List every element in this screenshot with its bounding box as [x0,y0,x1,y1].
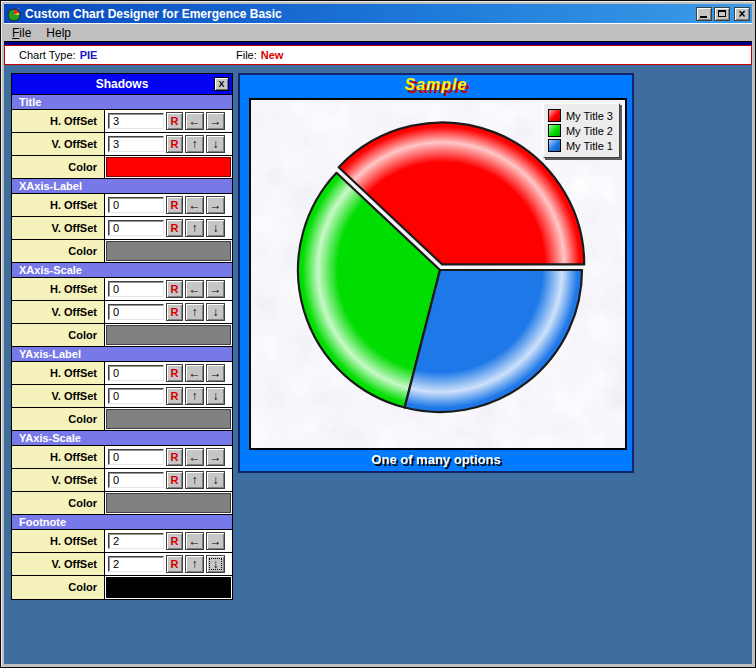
h-offset-input[interactable] [108,281,164,297]
legend-item: My Title 3 [548,109,613,122]
v-offset-input[interactable] [108,304,164,320]
v-offset-label: V. OffSet [12,217,105,239]
v-offset-label: V. OffSet [12,469,105,491]
v-offset-input[interactable] [108,388,164,404]
h-offset-input[interactable] [108,533,164,549]
reset-button[interactable]: R [166,196,183,214]
color-label: Color [12,408,105,430]
h-offset-row: H. OffSet R ← → [12,530,232,553]
arrow-right-button[interactable]: → [206,448,225,466]
arrow-down-button[interactable]: ↓ [206,219,225,237]
h-offset-label: H. OffSet [12,530,105,552]
arrow-left-button[interactable]: ← [185,448,204,466]
close-icon: × [735,7,749,21]
color-swatch[interactable] [106,157,231,177]
color-row: Color [12,492,232,515]
arrow-right-button[interactable]: → [206,196,225,214]
arrow-up-button[interactable]: ↑ [185,555,204,573]
arrow-up-button[interactable]: ↑ [185,219,204,237]
color-swatch[interactable] [106,241,231,261]
arrow-down-button[interactable]: ↓ [206,555,225,573]
shadows-panel: Shadows X Title H. OffSet R ← → V. OffSe… [11,73,233,600]
v-offset-input[interactable] [108,136,164,152]
title-bar[interactable]: Custom Chart Designer for Emergence Basi… [4,4,752,23]
maximize-button[interactable] [714,7,730,21]
menu-help[interactable]: Help [46,26,71,40]
color-swatch[interactable] [106,325,231,345]
v-offset-input[interactable] [108,220,164,236]
reset-button[interactable]: R [166,448,183,466]
legend-label: My Title 2 [566,125,613,137]
color-label: Color [12,576,105,599]
panel-section: XAxis-Scale H. OffSet R ← → V. OffSet R … [12,263,232,347]
reset-button[interactable]: R [166,364,183,382]
info-bar: Chart Type: PIE File: New [4,45,752,65]
arrow-left-button[interactable]: ← [185,280,204,298]
section-header: XAxis-Scale [12,263,232,278]
arrow-right-button[interactable]: → [206,280,225,298]
file-label: File: [236,49,257,61]
reset-button[interactable]: R [166,112,183,130]
color-row: Color [12,408,232,431]
panel-close-button[interactable]: X [214,77,229,91]
v-offset-row: V. OffSet R ↑ ↓ [12,217,232,240]
v-offset-label: V. OffSet [12,133,105,155]
arrow-up-button[interactable]: ↑ [185,471,204,489]
menu-file[interactable]: File [12,26,31,40]
v-offset-row: V. OffSet R ↑ ↓ [12,385,232,408]
arrow-down-button[interactable]: ↓ [206,135,225,153]
color-swatch[interactable] [106,409,231,429]
v-offset-row: V. OffSet R ↑ ↓ [12,553,232,576]
section-header: YAxis-Label [12,347,232,362]
h-offset-input[interactable] [108,197,164,213]
arrow-left-button[interactable]: ← [185,196,204,214]
reset-button[interactable]: R [166,280,183,298]
arrow-down-button[interactable]: ↓ [206,387,225,405]
arrow-right-button[interactable]: → [206,112,225,130]
reset-button[interactable]: R [166,471,183,489]
minimize-button[interactable] [696,7,712,21]
color-swatch[interactable] [106,577,231,598]
v-offset-label: V. OffSet [12,553,105,575]
h-offset-input[interactable] [108,365,164,381]
v-offset-input[interactable] [108,556,164,572]
arrow-up-button[interactable]: ↑ [185,387,204,405]
arrow-up-button[interactable]: ↑ [185,303,204,321]
chart-title: Sample [240,76,632,94]
arrow-up-button[interactable]: ↑ [185,135,204,153]
color-label: Color [12,324,105,346]
plot-area: My Title 3 My Title 2 My Title 1 [249,98,627,450]
h-offset-label: H. OffSet [12,110,105,132]
h-offset-input[interactable] [108,449,164,465]
close-button[interactable]: × [734,7,750,21]
v-offset-input[interactable] [108,472,164,488]
reset-button[interactable]: R [166,387,183,405]
arrow-down-button[interactable]: ↓ [206,303,225,321]
arrow-left-button[interactable]: ← [185,112,204,130]
arrow-left-button[interactable]: ← [185,364,204,382]
legend-item: My Title 2 [548,124,613,137]
reset-button[interactable]: R [166,555,183,573]
arrow-left-button[interactable]: ← [185,532,204,550]
maximize-icon [718,10,726,17]
arrow-right-button[interactable]: → [206,364,225,382]
v-offset-label: V. OffSet [12,385,105,407]
h-offset-input[interactable] [108,113,164,129]
arrow-right-button[interactable]: → [206,532,225,550]
chart-footnote: One of many options [240,452,632,467]
reset-button[interactable]: R [166,219,183,237]
section-title: XAxis-Scale [19,264,82,276]
panel-section: XAxis-Label H. OffSet R ← → V. OffSet R … [12,179,232,263]
arrow-down-button[interactable]: ↓ [206,471,225,489]
reset-button[interactable]: R [166,303,183,321]
v-offset-row: V. OffSet R ↑ ↓ [12,469,232,492]
reset-button[interactable]: R [166,532,183,550]
panel-header[interactable]: Shadows X [12,74,232,95]
v-offset-label: V. OffSet [12,301,105,323]
section-title: YAxis-Scale [19,432,81,444]
section-header: Title [12,95,232,110]
section-header: XAxis-Label [12,179,232,194]
color-swatch[interactable] [106,493,231,513]
h-offset-label: H. OffSet [12,362,105,384]
reset-button[interactable]: R [166,135,183,153]
